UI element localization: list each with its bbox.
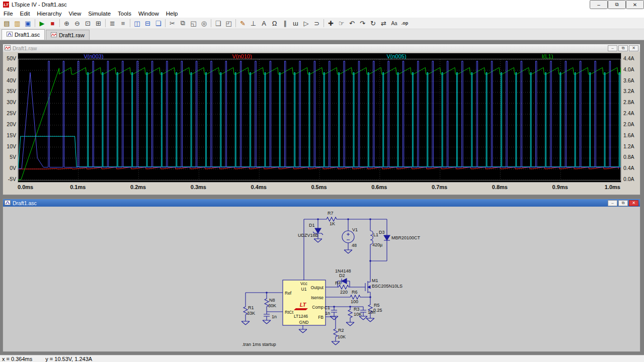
label-m1-value[interactable]: BSC205N10LS <box>372 284 403 289</box>
component-m1[interactable] <box>365 281 370 293</box>
schematic-canvas[interactable]: R7 1K D1 UDZV18B V1 48 L1 420µ D3 MBR201… <box>3 207 640 351</box>
diode-button[interactable]: ▷ <box>301 18 311 28</box>
legend-V(n010)[interactable]: V(n010) <box>232 53 252 59</box>
label-v1[interactable]: V1 <box>352 227 358 232</box>
find-button[interactable]: ◎ <box>199 18 209 28</box>
label-ct-value[interactable]: 1n <box>272 314 277 319</box>
label-d3-value[interactable]: MBR20100CT <box>391 235 421 240</box>
cut-button[interactable]: ✂ <box>167 18 178 28</box>
legend-V(n003)[interactable]: V(n003) <box>84 53 103 59</box>
label-r7[interactable]: R7 <box>328 211 334 216</box>
menu-hierarchy[interactable]: Hierarchy <box>33 10 65 17</box>
schematic-window-titlebar[interactable]: Draft1.asc –⧉✕ <box>3 199 640 207</box>
waveform-pane[interactable]: V(n003)V(n010)V(n005)I(L1) 50V45V40V35V3… <box>3 52 640 195</box>
component-button[interactable]: ⊃ <box>311 18 322 28</box>
net-label-button[interactable]: A <box>259 18 269 28</box>
menu-help[interactable]: Help <box>163 10 182 17</box>
inductor-button[interactable]: ɯ <box>290 18 301 28</box>
redo-button[interactable]: ↷ <box>357 18 368 28</box>
minimize-button[interactable]: – <box>608 200 617 206</box>
capacitor-button[interactable]: ∥ <box>280 18 290 28</box>
zoom-out-button[interactable]: ⊖ <box>72 18 83 28</box>
spice-directive-text[interactable]: .tran 1ms startup <box>242 342 276 347</box>
label-r3-value[interactable]: 10K <box>354 312 362 317</box>
menu-tools[interactable]: Tools <box>114 10 135 17</box>
zoom-fit-button[interactable]: ⊞ <box>93 18 104 28</box>
label-d3[interactable]: D3 <box>379 230 385 235</box>
paste-button[interactable]: ◱ <box>188 18 199 28</box>
tile-horizontal-button[interactable]: ⊟ <box>142 18 153 28</box>
label-r6-value[interactable]: 100 <box>351 299 358 304</box>
restore-button[interactable]: ⧉ <box>608 0 626 9</box>
menu-window[interactable]: Window <box>135 10 163 17</box>
run-button[interactable]: ▶ <box>37 18 47 28</box>
menu-file[interactable]: File <box>0 10 17 17</box>
label-r2-value[interactable]: 10K <box>338 334 346 339</box>
spice-directive-button[interactable]: .op <box>399 18 410 28</box>
cascade-windows-button[interactable]: ❏ <box>153 18 164 28</box>
save-button[interactable]: ▣ <box>23 18 33 28</box>
component-r2[interactable] <box>334 327 338 339</box>
rotate-button[interactable]: ↻ <box>368 18 378 28</box>
halt-button[interactable]: ■ <box>47 18 58 28</box>
open-button[interactable]: ▥ <box>12 18 23 28</box>
component-r7[interactable] <box>326 217 338 221</box>
label-r6[interactable]: R6 <box>352 290 358 295</box>
waveform-window-titlebar[interactable]: Draft1.raw –⧉✕ <box>3 44 640 52</box>
undo-button[interactable]: ↶ <box>347 18 357 28</box>
print-button[interactable]: ❑ <box>213 18 223 28</box>
restore-button[interactable]: ⧉ <box>618 200 628 206</box>
label-r3[interactable]: R3 <box>354 307 360 312</box>
menu-view[interactable]: View <box>65 10 85 17</box>
schematic-pane[interactable]: R7 1K D1 UDZV18B V1 48 L1 420µ D3 MBR201… <box>3 207 640 351</box>
label-u1[interactable]: U1 <box>301 287 307 292</box>
label-n8-value[interactable]: 30K <box>268 303 276 308</box>
label-r4-value[interactable]: 220 <box>340 290 348 295</box>
netlist-button[interactable]: ≣ <box>107 18 118 28</box>
zoom-in-button[interactable]: ⊕ <box>61 18 72 28</box>
label-r7-value[interactable]: 1K <box>330 221 335 226</box>
minimize-button[interactable]: – <box>590 0 608 9</box>
minimize-button[interactable]: – <box>608 45 617 51</box>
print-preview-button[interactable]: ◰ <box>223 18 234 28</box>
move-button[interactable]: ✚ <box>326 18 336 28</box>
mirror-button[interactable]: ⇄ <box>378 18 389 28</box>
label-l1[interactable]: L1 <box>373 232 378 237</box>
zoom-full-button[interactable]: ⊡ <box>83 18 93 28</box>
close-button[interactable]: ✕ <box>626 0 644 9</box>
tile-vertical-button[interactable]: ◫ <box>132 18 142 28</box>
drag-button[interactable]: ☞ <box>336 18 347 28</box>
menu-edit[interactable]: Edit <box>17 10 34 17</box>
label-c1-value[interactable]: 1n <box>325 311 330 316</box>
wire-button[interactable]: ✎ <box>237 18 248 28</box>
legend-I(L1)[interactable]: I(L1) <box>542 53 553 59</box>
label-n8[interactable]: N8 <box>269 298 275 303</box>
label-r2[interactable]: R2 <box>338 328 344 333</box>
waveform-plot[interactable]: V(n003)V(n010)V(n005)I(L1) <box>18 53 621 183</box>
component-v1[interactable] <box>342 231 354 243</box>
label-r5[interactable]: R5 <box>374 303 380 308</box>
tab-Draft1.raw[interactable]: Draft1.raw <box>46 30 90 40</box>
label-v1-value[interactable]: 48 <box>352 243 357 248</box>
label-c1[interactable]: C1 <box>324 305 330 310</box>
label-d1-value[interactable]: UDZV18B <box>298 233 318 238</box>
restore-button[interactable]: ⧉ <box>618 45 628 51</box>
tab-Draft1.asc[interactable]: Draft1.asc <box>2 29 45 40</box>
component-d3[interactable] <box>384 235 390 240</box>
legend-V(n005)[interactable]: V(n005) <box>386 53 406 59</box>
new-schematic-button[interactable]: ▤ <box>2 18 12 28</box>
close-button[interactable]: ✕ <box>629 45 638 51</box>
text-button[interactable]: Aa <box>389 18 399 28</box>
resistor-button[interactable]: Ω <box>269 18 280 28</box>
close-button[interactable]: ✕ <box>629 200 638 206</box>
label-r4[interactable]: R4 <box>335 281 341 286</box>
component-d2[interactable] <box>342 279 347 284</box>
waveform-traces-canvas[interactable] <box>18 53 621 182</box>
component-r6[interactable] <box>349 295 361 299</box>
label-d2[interactable]: D2 <box>339 273 345 278</box>
component-r3[interactable] <box>348 308 352 320</box>
label-r1-value[interactable]: 33K <box>247 311 255 316</box>
label-r1[interactable]: R1 <box>248 305 254 310</box>
ground-button[interactable]: ⊥ <box>248 18 259 28</box>
copy-button[interactable]: ⧉ <box>178 18 188 28</box>
